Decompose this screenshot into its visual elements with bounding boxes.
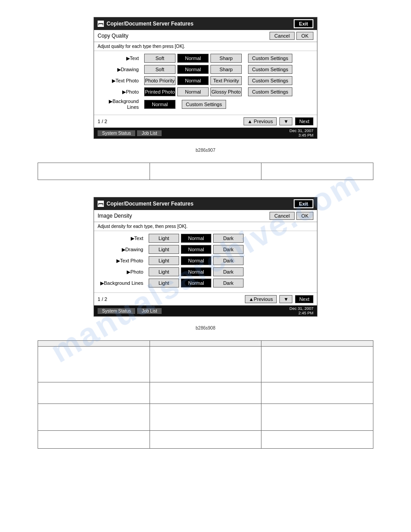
dialog2-instruction: Adjust density for each type, then press… — [94, 222, 317, 231]
dialog1-subheader-btns: Cancel OK — [270, 32, 313, 40]
dialog1-row3-btn0[interactable]: Printed Photo — [144, 87, 176, 96]
dialog2-title-bar: Copier/Document Server Features Exit — [94, 197, 317, 210]
dialog2-row1-btn2[interactable]: Dark — [213, 245, 244, 254]
dialog1-row4-btn0[interactable]: Normal — [144, 100, 176, 109]
dialog2-row2-btn0[interactable]: Light — [149, 256, 179, 265]
dialog2-row-label-2: ▶Text Photo — [98, 258, 147, 264]
dialog1-row-label-3: ▶Photo — [98, 89, 142, 95]
dialog1-job-list-button[interactable]: Job List — [137, 130, 161, 136]
dialog2-row2-btn1[interactable]: Normal — [181, 256, 211, 265]
table2-cell-1-1 — [150, 382, 261, 404]
dialog2-next-button[interactable]: Next — [295, 295, 313, 303]
dialog2-row-label-3: ▶Photo — [98, 269, 147, 275]
svg-rect-2 — [99, 24, 103, 26]
dialog2-row3-btn2[interactable]: Dark — [213, 267, 244, 276]
dialog1-status-btns: System Status Job List — [98, 130, 162, 136]
dialog2-cancel-button[interactable]: Cancel — [270, 212, 295, 220]
dialog2-title-left: Copier/Document Server Features — [98, 201, 193, 207]
dialog2-ok-button[interactable]: OK — [296, 212, 313, 220]
dialog1-row2-btn2[interactable]: Text Priority — [210, 76, 242, 85]
dialog1-prev-button[interactable]: Previous — [244, 117, 277, 125]
dialog1-row-label-1: ▶Drawing — [98, 67, 142, 73]
dialog2-dropdown-button[interactable]: ▼ — [279, 295, 292, 303]
dialog1-row1-btn1[interactable]: Normal — [177, 65, 209, 74]
dialog1-ok-button[interactable]: OK — [296, 32, 313, 40]
dialog1-row-label-4: ▶Background Lines — [98, 99, 142, 110]
table2-cell-2-2 — [261, 404, 373, 431]
dialog2-container: Copier/Document Server Features Exit Ima… — [94, 197, 317, 317]
dialog2-row3-btn1[interactable]: Normal — [181, 267, 211, 276]
dialog2-row0-btn2[interactable]: Dark — [213, 234, 244, 243]
dialog2-row4-btn1[interactable]: Normal — [181, 279, 211, 287]
table2-cell-0-1 — [150, 347, 261, 382]
dialog1-row0-btn2[interactable]: Sharp — [210, 54, 242, 63]
table2-header-0 — [38, 341, 150, 347]
dialog2-body: ▶TextLightNormalDark▶DrawingLightNormalD… — [94, 231, 317, 292]
dialog1-row3-btn2[interactable]: Glossy Photo — [210, 87, 242, 96]
dialog1-status-bar: System Status Job List Dec 31, 2007 3:45… — [94, 128, 317, 138]
dialog2-row1-btn0[interactable]: Light — [149, 245, 179, 254]
dialog2-row0-btn0[interactable]: Light — [149, 234, 179, 243]
table2-cell-3-2 — [261, 431, 373, 449]
dialog1-instruction: Adjust quality for each type then press … — [94, 42, 317, 51]
printer-icon-2 — [98, 201, 104, 207]
dialog2-title: Copier/Document Server Features — [107, 201, 193, 207]
dialog1-time: Dec 31, 2007 3:45 PM — [289, 129, 313, 137]
dialog1-row2-btn1[interactable]: Normal — [177, 76, 209, 85]
table1-cell-0-0 — [38, 163, 150, 180]
table2-header-1 — [150, 341, 261, 347]
dialog1-exit-button[interactable]: Exit — [294, 19, 313, 28]
dialog2-subheader: Image Density Cancel OK — [94, 210, 317, 222]
dialog2-page: 1 / 2 — [98, 296, 107, 302]
dialog2-row-2: ▶Text PhotoLightNormalDark — [98, 256, 313, 265]
dialog1-row1-btn2[interactable]: Sharp — [210, 65, 242, 74]
dialog1-row-1: ▶DrawingSoftNormalSharpCustom Settings — [98, 65, 313, 74]
dialog1-row2-custom-btn[interactable]: Custom Settings — [248, 76, 292, 85]
dialog1-subheader-title: Copy Quality — [98, 33, 128, 39]
dialog2-row3-btn0[interactable]: Light — [149, 267, 179, 276]
dialog2-job-list-button[interactable]: Job List — [137, 308, 161, 314]
dialog1-row0-custom-btn[interactable]: Custom Settings — [248, 54, 292, 63]
dialog1-row3-custom-btn[interactable]: Custom Settings — [248, 87, 292, 96]
dialog2-system-status-button[interactable]: System Status — [98, 308, 135, 314]
dialog2-row-label-1: ▶Drawing — [98, 247, 147, 253]
dialog2-row-3: ▶PhotoLightNormalDark — [98, 267, 313, 276]
dialog1-body: ▶TextSoftNormalSharpCustom Settings▶Draw… — [94, 51, 317, 115]
dialog1-row1-btn0[interactable]: Soft — [144, 65, 176, 74]
table1 — [38, 163, 373, 180]
dialog2-exit-button[interactable]: Exit — [294, 199, 313, 208]
dialog1-row1-custom-btn[interactable]: Custom Settings — [248, 65, 292, 74]
dialog2-time: Dec 31, 2007 2:45 PM — [289, 306, 313, 315]
table2-cell-1-0 — [38, 382, 150, 404]
dialog2-footer: 1 / 2 ▲Previous ▼ Next — [94, 292, 317, 305]
dialog1-system-status-button[interactable]: System Status — [98, 130, 135, 136]
page-wrapper: Copier/Document Server Features Exit Cop… — [0, 0, 411, 467]
dialog2-row-4: ▶Background LinesLightNormalDark — [98, 279, 313, 287]
dialog1-dropdown-button[interactable]: ▼ — [279, 117, 292, 125]
dialog1-row2-btn0[interactable]: Photo Priority — [144, 76, 176, 85]
dialog1-row0-btn0[interactable]: Soft — [144, 54, 176, 63]
dialog1-title-left: Copier/Document Server Features — [98, 21, 193, 27]
dialog2-row2-btn2[interactable]: Dark — [213, 256, 244, 265]
dialog2-row-label-4: ▶Background Lines — [98, 280, 147, 286]
dialog1-row3-btn1[interactable]: Normal — [177, 87, 209, 96]
dialog2-row1-btn1[interactable]: Normal — [181, 245, 211, 254]
dialog2-prev-button[interactable]: ▲Previous — [245, 295, 277, 303]
dialog2-subheader-title: Image Density — [98, 213, 132, 219]
dialog1-row-2: ▶Text PhotoPhoto PriorityNormalText Prio… — [98, 76, 313, 85]
dialog1-row-4: ▶Background LinesNormalCustom Settings — [98, 99, 313, 110]
table2-cell-2-1 — [150, 404, 261, 431]
arrow-up-icon — [248, 119, 253, 124]
table2-cell-3-0 — [38, 431, 150, 449]
dialog2-row4-btn2[interactable]: Dark — [213, 279, 244, 287]
table1-cell-0-1 — [150, 163, 261, 180]
dialog1-cancel-button[interactable]: Cancel — [270, 32, 295, 40]
dialog1-row0-btn1[interactable]: Normal — [177, 54, 209, 63]
table2-cell-1-2 — [261, 382, 373, 404]
dialog1-row4-custom-btn[interactable]: Custom Settings — [182, 100, 226, 109]
printer-icon — [98, 21, 104, 27]
dialog2-row4-btn0[interactable]: Light — [149, 279, 179, 287]
table-row — [38, 347, 373, 382]
dialog2-row0-btn1[interactable]: Normal — [181, 234, 211, 243]
dialog1-next-button[interactable]: Next — [295, 117, 313, 125]
